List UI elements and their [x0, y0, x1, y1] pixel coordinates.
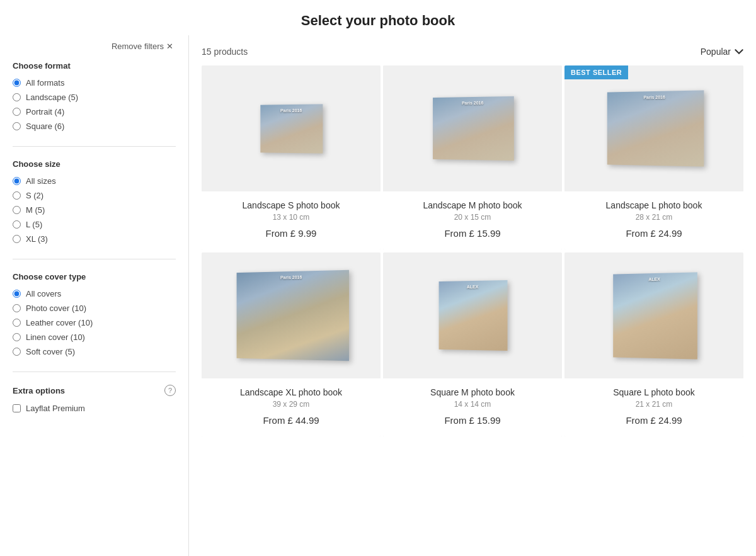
product-image-wrapper: Paris 2016: [202, 252, 381, 378]
product-card[interactable]: ALEX Square L photo book 21 x 21 cm From…: [564, 252, 743, 437]
product-price: From £ 15.99: [393, 415, 552, 426]
sort-dropdown[interactable]: Popular: [701, 47, 743, 57]
book-image: Paris 2016: [607, 90, 704, 166]
product-image-wrapper: Paris 2016: [202, 65, 381, 191]
book-title: ALEX: [648, 276, 660, 281]
remove-filters-icon: ✕: [166, 42, 173, 51]
size-option-m[interactable]: M (5): [13, 205, 176, 215]
product-info: Landscape S photo book 13 x 10 cm From £…: [202, 191, 381, 250]
size-option-s[interactable]: S (2): [13, 191, 176, 200]
product-image-wrapper: Paris 2016: [383, 65, 562, 191]
product-name: Square M photo book: [393, 387, 552, 397]
cover-section-title: Choose cover type: [13, 272, 176, 281]
format-option-all[interactable]: All formats: [13, 78, 176, 88]
product-card[interactable]: Paris 2016 Landscape M photo book 20 x 1…: [383, 65, 562, 250]
product-price: From £ 24.99: [575, 228, 733, 239]
cover-option-all[interactable]: All covers: [13, 289, 176, 298]
cover-option-photo[interactable]: Photo cover (10): [13, 304, 176, 313]
extra-options-section: Extra options ? Layflat Premium: [13, 385, 176, 428]
size-section-title: Choose size: [13, 159, 176, 169]
product-info: Landscape L photo book 28 x 21 cm From £…: [564, 191, 743, 250]
book-title: Paris 2016: [643, 95, 665, 100]
product-name: Landscape L photo book: [575, 200, 733, 210]
remove-filters-button[interactable]: Remove filters ✕: [13, 42, 176, 51]
product-price: From £ 24.99: [575, 415, 733, 426]
book-image: Paris 2016: [237, 270, 349, 361]
extra-options-title: Extra options: [13, 386, 65, 395]
product-card[interactable]: Paris 2016 Landscape XL photo book 39 x …: [202, 252, 381, 437]
format-section-title: Choose format: [13, 61, 176, 71]
product-price: From £ 15.99: [393, 228, 552, 239]
cover-filter-section: Choose cover type All covers Photo cover…: [13, 272, 176, 372]
size-option-l[interactable]: L (5): [13, 220, 176, 229]
product-image-wrapper: ALEX: [564, 252, 743, 378]
format-option-square[interactable]: Square (6): [13, 122, 176, 131]
product-image-wrapper: Paris 2016: [564, 65, 743, 191]
remove-filters-label: Remove filters: [112, 42, 164, 51]
book-photo: [237, 270, 349, 361]
extra-options-info-icon[interactable]: ?: [164, 385, 176, 396]
book-image: ALEX: [613, 272, 697, 359]
product-card[interactable]: Paris 2016 Landscape S photo book 13 x 1…: [202, 65, 381, 250]
cover-option-linen[interactable]: Linen cover (10): [13, 332, 176, 342]
book-title: Paris 2016: [280, 108, 302, 112]
book-title: Paris 2016: [462, 101, 483, 105]
product-size: 39 x 29 cm: [212, 400, 370, 409]
products-grid: Paris 2016 Landscape S photo book 13 x 1…: [202, 65, 743, 437]
book-photo: [433, 96, 514, 161]
size-option-all[interactable]: All sizes: [13, 176, 176, 186]
product-card[interactable]: BEST SELLER Paris 2016 Landscape L photo…: [564, 65, 743, 250]
product-price: From £ 44.99: [212, 415, 370, 426]
main-content: 15 products Popular Paris 2016: [189, 35, 756, 556]
format-option-portrait[interactable]: Portrait (4): [13, 107, 176, 116]
product-name: Landscape XL photo book: [212, 387, 370, 397]
book-title: ALEX: [467, 285, 478, 289]
product-size: 28 x 21 cm: [575, 213, 733, 222]
product-info: Landscape XL photo book 39 x 29 cm From …: [202, 378, 381, 437]
book-photo: [613, 272, 697, 359]
size-filter-section: Choose size All sizes S (2) M (5) L (5) …: [13, 159, 176, 259]
book-title: Paris 2016: [280, 275, 302, 280]
extra-options-header: Extra options ?: [13, 385, 176, 396]
page-wrapper: Select your photo book Remove filters ✕ …: [0, 0, 756, 556]
format-filter-section: Choose format All formats Landscape (5) …: [13, 61, 176, 147]
product-name: Square L photo book: [575, 387, 733, 397]
product-size: 21 x 21 cm: [575, 400, 733, 409]
product-name: Landscape M photo book: [393, 200, 552, 210]
book-image: Paris 2016: [260, 104, 323, 153]
book-image: ALEX: [439, 280, 508, 351]
size-option-xl[interactable]: XL (3): [13, 234, 176, 244]
product-count: 15 products: [202, 47, 248, 57]
product-size: 20 x 15 cm: [393, 213, 552, 222]
cover-option-leather[interactable]: Leather cover (10): [13, 318, 176, 327]
product-size: 13 x 10 cm: [212, 213, 370, 222]
product-size: 14 x 14 cm: [393, 400, 552, 409]
product-info: Square L photo book 21 x 21 cm From £ 24…: [564, 378, 743, 437]
product-price: From £ 9.99: [212, 228, 370, 239]
book-photo: [607, 90, 704, 166]
extra-option-layflat[interactable]: Layflat Premium: [13, 404, 176, 413]
content-header: 15 products Popular: [202, 35, 743, 65]
book-photo: [439, 280, 508, 351]
page-title: Select your photo book: [0, 0, 756, 35]
book-image: Paris 2016: [433, 96, 514, 161]
product-info: Square M photo book 14 x 14 cm From £ 15…: [383, 378, 562, 437]
sort-label: Popular: [701, 47, 731, 57]
sidebar: Remove filters ✕ Choose format All forma…: [0, 35, 189, 556]
product-image-wrapper: ALEX: [383, 252, 562, 378]
product-name: Landscape S photo book: [212, 200, 370, 210]
product-info: Landscape M photo book 20 x 15 cm From £…: [383, 191, 562, 250]
best-seller-badge: BEST SELLER: [564, 65, 628, 79]
cover-option-soft[interactable]: Soft cover (5): [13, 347, 176, 356]
format-option-landscape[interactable]: Landscape (5): [13, 93, 176, 102]
main-layout: Remove filters ✕ Choose format All forma…: [0, 35, 756, 556]
product-card[interactable]: ALEX Square M photo book 14 x 14 cm From…: [383, 252, 562, 437]
chevron-down-icon: [735, 47, 743, 56]
